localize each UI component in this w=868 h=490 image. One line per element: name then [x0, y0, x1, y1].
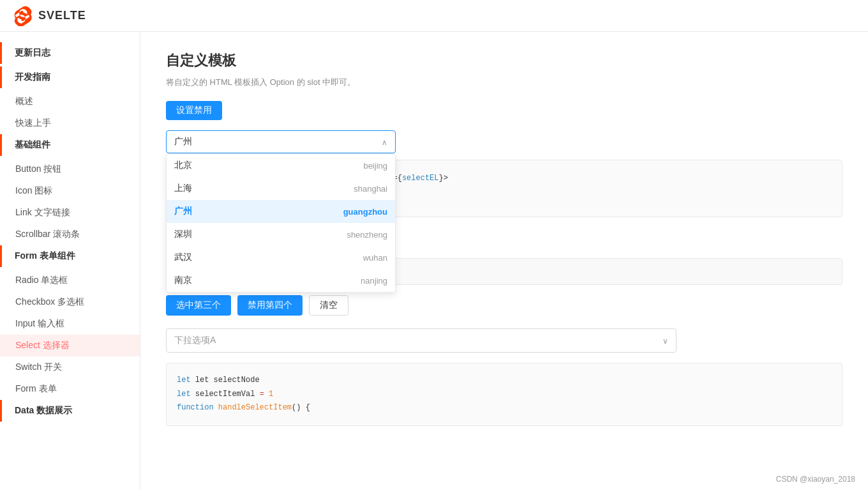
sidebar-item-form[interactable]: Form 表单 — [0, 378, 140, 400]
code2-line1: let let selectNode — [177, 374, 832, 388]
sidebar-item-radio[interactable]: Radio 单选框 — [0, 270, 140, 291]
option-beijing[interactable]: 北京 beijing — [167, 154, 395, 177]
main-content: 自定义模板 将自定义的 HTML 模板插入 Option 的 slot 中即可。… — [140, 32, 868, 490]
svelte-logo-icon — [13, 6, 33, 26]
logo-text: SVELTE — [38, 9, 86, 22]
option-beijing-key: beijing — [363, 161, 387, 171]
sidebar-section-form: Form 表单组件 — [0, 245, 140, 267]
city-select-dropdown: 北京 beijing 上海 shanghai 广州 guangzhou 深圳 s… — [166, 153, 396, 293]
option-nanjing[interactable]: 南京 nanjing — [167, 269, 395, 292]
city-select-value: 广州 — [174, 136, 192, 148]
sidebar-section-update: 更新日志 — [0, 42, 140, 64]
sidebar-item-overview[interactable]: 概述 — [0, 91, 140, 112]
option-wuhan-label: 武汉 — [174, 252, 192, 263]
select-third-button[interactable]: 选中第三个 — [166, 295, 231, 316]
header: SVELTE — [0, 0, 868, 32]
select-b-trigger[interactable]: 下拉选项A — [166, 328, 677, 353]
custom-template-desc: 将自定义的 HTML 模板插入 Option 的 slot 中即可。 — [166, 77, 842, 88]
watermark: CSDN @xiaoyan_2018 — [776, 475, 855, 484]
sidebar-item-link[interactable]: Link 文字链接 — [0, 202, 140, 224]
sidebar-section-basic: 基础组件 — [0, 134, 140, 156]
option-shenzhen[interactable]: 深圳 shenzheng — [167, 223, 395, 246]
option-nanjing-label: 南京 — [174, 275, 192, 286]
custom-template-title: 自定义模板 — [166, 51, 842, 70]
disable-fourth-button[interactable]: 禁用第四个 — [237, 295, 303, 316]
sidebar-item-quickstart[interactable]: 快速上手 — [0, 112, 140, 134]
sidebar-item-scrollbar[interactable]: Scrollbar 滚动条 — [0, 224, 140, 245]
chevron-up-icon — [382, 137, 387, 147]
option-guangzhou[interactable]: 广州 guangzhou — [167, 200, 395, 223]
option-beijing-label: 北京 — [174, 160, 192, 171]
option-shanghai-label: 上海 — [174, 183, 192, 194]
option-guangzhou-label: 广州 — [174, 206, 192, 217]
city-select-trigger[interactable]: 广州 — [166, 130, 396, 153]
sidebar: 更新日志 开发指南 概述 快速上手 基础组件 Button 按钮 Icon 图标… — [0, 32, 140, 490]
option-shenzhen-key: shenzheng — [347, 230, 387, 240]
option-wuhan[interactable]: 武汉 wuhan — [167, 246, 395, 269]
option-shenzhen-label: 深圳 — [174, 229, 192, 240]
select-b-placeholder: 下拉选项A — [174, 335, 216, 346]
sidebar-item-checkbox[interactable]: Checkbox 多选框 — [0, 291, 140, 313]
clear-button[interactable]: 清空 — [309, 295, 348, 316]
city-select-wrapper: 广州 北京 beijing 上海 shanghai 广州 guangzhou 深… — [166, 130, 396, 153]
sidebar-item-switch[interactable]: Switch 开关 — [0, 356, 140, 378]
code-block-2: let let selectNode let selectItemVal = 1… — [166, 363, 842, 426]
set-disabled-button[interactable]: 设置禁用 — [166, 101, 222, 120]
code2-line2: let selectItemVal = 1 — [177, 388, 832, 402]
option-wuhan-key: wuhan — [363, 253, 387, 263]
layout: 更新日志 开发指南 概述 快速上手 基础组件 Button 按钮 Icon 图标… — [0, 32, 868, 490]
sidebar-item-icon[interactable]: Icon 图标 — [0, 180, 140, 202]
logo: SVELTE — [13, 6, 86, 26]
option-guangzhou-key: guangzhou — [343, 207, 387, 217]
event-btn-group: 选中第三个 禁用第四个 清空 — [166, 295, 842, 316]
chevron-down-icon — [662, 335, 668, 346]
code2-line3: function handleSelectItem() { — [177, 401, 832, 415]
option-shanghai[interactable]: 上海 shanghai — [167, 177, 395, 200]
sidebar-section-data: Data 数据展示 — [0, 400, 140, 422]
option-nanjing-key: nanjing — [361, 276, 387, 286]
sidebar-item-button[interactable]: Button 按钮 — [0, 158, 140, 180]
sidebar-item-input[interactable]: Input 输入框 — [0, 313, 140, 335]
sidebar-item-select[interactable]: Select 选择器 — [0, 335, 140, 356]
sidebar-section-dev: 开发指南 — [0, 66, 140, 88]
option-shanghai-key: shanghai — [354, 184, 387, 194]
